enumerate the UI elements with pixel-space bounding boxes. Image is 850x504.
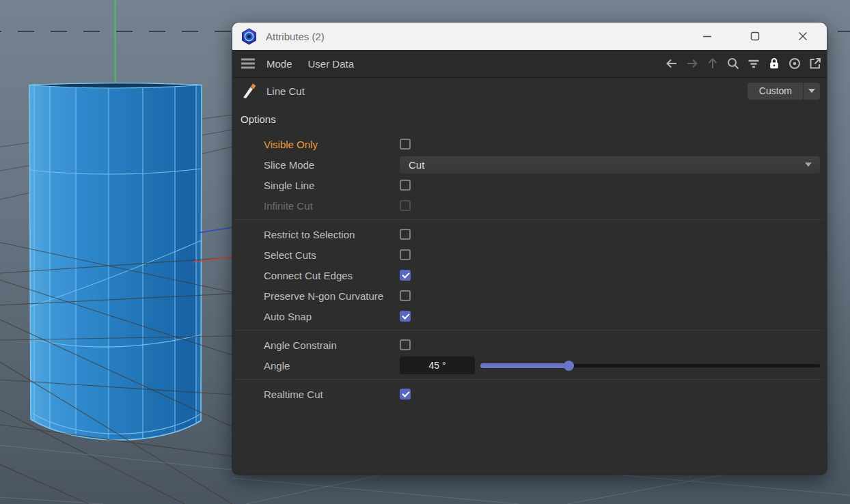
knife-icon	[241, 81, 260, 100]
checkbox-visible-only[interactable]	[400, 139, 411, 150]
dropdown-value: Cut	[409, 159, 424, 171]
tool-name: Line Cut	[266, 85, 305, 97]
pop-out-icon[interactable]	[805, 50, 825, 77]
option-label-angle-constrain: Angle Constrain	[264, 339, 400, 351]
search-icon[interactable]	[723, 50, 743, 77]
options-section-header: Options	[232, 104, 827, 128]
maximize-button[interactable]	[731, 23, 779, 50]
angle-value-field[interactable]: 45 °	[400, 356, 475, 374]
attributes-toolbar: Mode User Data	[232, 50, 827, 78]
option-label-preserve-n-gon-curvature: Preserve N-gon Curvature	[264, 290, 400, 302]
option-label-angle: Angle	[264, 360, 400, 372]
slider-fill	[480, 363, 568, 368]
checkbox-single-line[interactable]	[400, 180, 411, 191]
checkbox-connect-cut-edges[interactable]	[400, 270, 411, 281]
angle-slider[interactable]	[480, 356, 820, 374]
lock-icon[interactable]	[764, 50, 784, 77]
option-row-preserve-n-gon-curvature: Preserve N-gon Curvature	[232, 285, 827, 306]
checkbox-angle-constrain[interactable]	[400, 339, 411, 350]
option-row-select-cuts: Select Cuts	[232, 244, 827, 265]
checkbox-select-cuts[interactable]	[400, 249, 411, 260]
separator	[236, 379, 823, 380]
tool-header-row: Line Cut Custom	[232, 78, 827, 104]
chevron-down-icon	[805, 163, 812, 167]
attributes-content: Line Cut Custom Options Visible OnlySlic…	[232, 78, 827, 475]
option-row-restrict-to-selection: Restrict to Selection	[232, 224, 827, 244]
option-row-auto-snap: Auto Snap	[232, 306, 827, 326]
up-arrow-icon[interactable]	[702, 50, 723, 77]
hamburger-menu-icon[interactable]	[241, 56, 256, 71]
option-row-infinite-cut: Infinite Cut	[232, 195, 827, 216]
option-label-infinite-cut: Infinite Cut	[264, 200, 400, 212]
option-label-restrict-to-selection: Restrict to Selection	[264, 229, 400, 240]
option-label-slice-mode: Slice Mode	[264, 159, 400, 171]
separator	[236, 330, 823, 331]
option-row-single-line: Single Line	[232, 175, 827, 195]
window-title: Attributes (2)	[266, 31, 325, 42]
option-row-connect-cut-edges: Connect Cut Edges	[232, 265, 827, 285]
attributes-window: Attributes (2) Mode User Data	[232, 23, 827, 475]
option-row-visible-only: Visible Only	[232, 134, 827, 154]
option-label-connect-cut-edges: Connect Cut Edges	[264, 270, 400, 281]
chevron-down-icon[interactable]	[804, 83, 820, 100]
back-arrow-icon[interactable]	[661, 50, 682, 77]
checkbox-infinite-cut	[400, 200, 411, 211]
menu-user-data[interactable]: User Data	[308, 58, 355, 70]
checkbox-realtime-cut[interactable]	[400, 389, 411, 400]
checkbox-restrict-to-selection[interactable]	[400, 229, 411, 240]
option-label-auto-snap: Auto Snap	[264, 311, 400, 322]
close-button[interactable]	[779, 23, 827, 50]
option-row-angle: Angle45 °	[232, 355, 827, 376]
option-label-realtime-cut: Realtime Cut	[264, 389, 400, 400]
dropdown-slice-mode[interactable]: Cut	[400, 156, 820, 173]
options-rows: Visible OnlySlice ModeCutSingle LineInfi…	[232, 134, 827, 404]
option-row-slice-mode: Slice ModeCut	[232, 154, 827, 175]
focus-target-icon[interactable]	[784, 50, 805, 77]
checkbox-auto-snap[interactable]	[400, 311, 411, 322]
checkbox-preserve-n-gon-curvature[interactable]	[400, 290, 411, 301]
option-label-single-line: Single Line	[264, 180, 400, 191]
separator	[236, 219, 823, 220]
window-titlebar[interactable]: Attributes (2)	[232, 23, 827, 50]
option-row-realtime-cut: Realtime Cut	[232, 384, 827, 404]
viewport-3d[interactable]: Attributes (2) Mode User Data	[0, 0, 850, 504]
option-label-visible-only: Visible Only	[264, 139, 400, 150]
filter-icon[interactable]	[743, 50, 764, 77]
slider-knob[interactable]	[564, 361, 574, 371]
menu-mode[interactable]: Mode	[266, 58, 292, 70]
option-label-select-cuts: Select Cuts	[264, 249, 400, 261]
preset-custom-button[interactable]: Custom	[748, 83, 820, 100]
forward-arrow-icon[interactable]	[682, 50, 702, 77]
minimize-button[interactable]	[683, 23, 731, 50]
app-icon	[241, 28, 258, 45]
option-row-angle-constrain: Angle Constrain	[232, 335, 827, 355]
